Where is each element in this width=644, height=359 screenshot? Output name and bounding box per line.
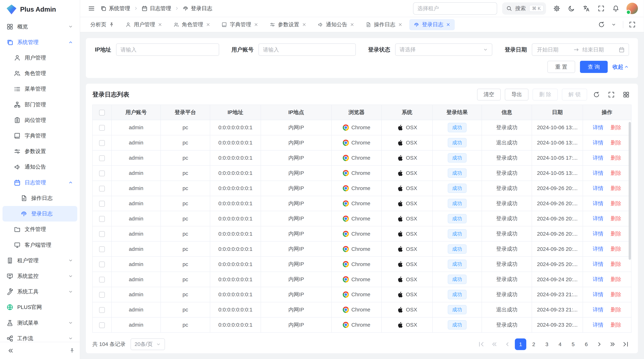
close-icon[interactable] bbox=[302, 22, 306, 27]
tab-role-mgmt[interactable]: 角色管理 bbox=[169, 19, 215, 30]
detail-link[interactable]: 详情 bbox=[593, 170, 604, 176]
tab-param-settings[interactable]: 参数设置 bbox=[265, 19, 311, 30]
collapse-sidebar-button[interactable] bbox=[5, 345, 16, 356]
theme-toggle-button[interactable] bbox=[566, 3, 577, 14]
page-button-1[interactable]: 1 bbox=[515, 339, 526, 350]
row-checkbox[interactable] bbox=[99, 307, 105, 313]
unlock-button[interactable]: 解 锁 bbox=[562, 89, 587, 101]
close-icon[interactable] bbox=[206, 22, 210, 27]
row-delete-link[interactable]: 删除 bbox=[610, 291, 621, 297]
row-checkbox[interactable] bbox=[99, 155, 105, 161]
tab-dict-mgmt[interactable]: 字典管理 bbox=[217, 19, 263, 30]
prev-page-button[interactable] bbox=[502, 339, 513, 350]
page-button-3[interactable]: 3 bbox=[541, 339, 552, 350]
row-checkbox[interactable] bbox=[99, 231, 105, 237]
row-delete-link[interactable]: 删除 bbox=[610, 322, 621, 328]
sidebar-item-tenant-mgmt[interactable]: 租户管理 bbox=[0, 253, 80, 268]
export-button[interactable]: 导出 bbox=[505, 89, 528, 101]
settings-button[interactable] bbox=[551, 3, 562, 14]
close-icon[interactable] bbox=[158, 22, 162, 27]
tab-analysis[interactable]: 分析页 bbox=[86, 19, 119, 30]
ip-filter-input[interactable] bbox=[116, 43, 219, 56]
start-date-input[interactable] bbox=[536, 46, 571, 53]
collapse-filters-link[interactable]: 收起 bbox=[612, 63, 629, 71]
hamburger-menu-button[interactable] bbox=[86, 3, 97, 14]
detail-link[interactable]: 详情 bbox=[593, 140, 604, 146]
sidebar-item-system-monitor[interactable]: 系统监控 bbox=[0, 268, 80, 284]
detail-link[interactable]: 详情 bbox=[593, 246, 604, 252]
detail-link[interactable]: 详情 bbox=[593, 124, 604, 130]
close-icon[interactable] bbox=[446, 22, 450, 27]
tab-user-mgmt[interactable]: 用户管理 bbox=[121, 19, 167, 30]
row-delete-link[interactable]: 删除 bbox=[610, 231, 621, 237]
sidebar-item-role-mgmt[interactable]: 角色管理 bbox=[0, 66, 80, 81]
row-checkbox[interactable] bbox=[99, 216, 105, 222]
detail-link[interactable]: 详情 bbox=[593, 231, 604, 237]
row-checkbox[interactable] bbox=[99, 186, 105, 191]
sidebar-item-user-mgmt[interactable]: 用户管理 bbox=[0, 50, 80, 66]
delete-button[interactable]: 删 除 bbox=[532, 89, 558, 101]
row-delete-link[interactable]: 删除 bbox=[610, 307, 621, 313]
row-checkbox[interactable] bbox=[99, 125, 105, 131]
account-filter-input[interactable] bbox=[258, 43, 356, 56]
global-search-button[interactable]: 搜索 ⌘ K bbox=[502, 2, 546, 15]
close-icon[interactable] bbox=[398, 22, 402, 27]
row-checkbox[interactable] bbox=[99, 292, 105, 298]
row-delete-link[interactable]: 删除 bbox=[610, 246, 621, 252]
jump-forward-button[interactable] bbox=[607, 339, 618, 350]
sidebar-item-test-menu[interactable]: 测试菜单 bbox=[0, 315, 80, 331]
detail-link[interactable]: 详情 bbox=[593, 276, 604, 282]
detail-link[interactable]: 详情 bbox=[593, 261, 604, 267]
status-filter-select[interactable]: 请选择 bbox=[395, 43, 492, 56]
tab-notice[interactable]: 通知公告 bbox=[313, 19, 359, 30]
pin-icon[interactable] bbox=[70, 348, 75, 353]
sidebar-item-system-mgmt[interactable]: 系统管理 bbox=[0, 34, 80, 50]
tenant-select-input[interactable] bbox=[413, 2, 497, 15]
reset-button[interactable]: 重 置 bbox=[548, 61, 575, 73]
jump-back-button[interactable] bbox=[488, 339, 500, 350]
detail-link[interactable]: 详情 bbox=[593, 185, 604, 191]
sidebar-item-notice[interactable]: 通知公告 bbox=[0, 159, 80, 175]
row-delete-link[interactable]: 删除 bbox=[610, 200, 621, 206]
refresh-list-button[interactable] bbox=[591, 89, 602, 100]
clear-button[interactable]: 清空 bbox=[477, 89, 501, 101]
close-icon[interactable] bbox=[254, 22, 258, 27]
column-settings-button[interactable] bbox=[621, 89, 632, 100]
select-all-checkbox[interactable] bbox=[99, 110, 105, 115]
row-checkbox[interactable] bbox=[99, 322, 105, 328]
logo[interactable]: Plus Admin bbox=[0, 0, 80, 19]
sidebar-item-plus-website[interactable]: PLUS官网 bbox=[0, 300, 80, 315]
row-delete-link[interactable]: 删除 bbox=[610, 124, 621, 130]
detail-link[interactable]: 详情 bbox=[593, 291, 604, 297]
detail-link[interactable]: 详情 bbox=[593, 200, 604, 206]
sidebar-item-post-mgmt[interactable]: 岗位管理 bbox=[0, 112, 80, 128]
row-delete-link[interactable]: 删除 bbox=[610, 170, 621, 176]
row-delete-link[interactable]: 删除 bbox=[610, 276, 621, 282]
row-checkbox[interactable] bbox=[99, 140, 105, 146]
date-range-picker[interactable] bbox=[532, 43, 629, 56]
sidebar-item-login-log[interactable]: 登录日志 bbox=[2, 206, 77, 222]
search-button[interactable]: 查 询 bbox=[580, 61, 608, 73]
detail-link[interactable]: 详情 bbox=[593, 322, 604, 328]
tab-options-button[interactable] bbox=[608, 19, 620, 30]
tab-login-log[interactable]: 登录日志 bbox=[409, 19, 455, 30]
row-checkbox[interactable] bbox=[99, 201, 105, 207]
avatar[interactable] bbox=[626, 3, 638, 14]
end-date-input[interactable] bbox=[582, 46, 616, 53]
row-delete-link[interactable]: 删除 bbox=[610, 215, 621, 221]
sidebar-item-menu-mgmt[interactable]: 菜单管理 bbox=[0, 81, 80, 97]
language-button[interactable] bbox=[580, 3, 592, 14]
detail-link[interactable]: 详情 bbox=[593, 307, 604, 313]
sidebar-item-client-mgmt[interactable]: 客户端管理 bbox=[0, 237, 80, 253]
close-icon[interactable] bbox=[350, 22, 354, 27]
page-button-2[interactable]: 2 bbox=[528, 339, 540, 350]
breadcrumb-login-log[interactable]: 登录日志 bbox=[183, 5, 212, 12]
table-fullscreen-button[interactable] bbox=[606, 89, 617, 100]
last-page-button[interactable] bbox=[620, 339, 631, 350]
row-delete-link[interactable]: 删除 bbox=[610, 185, 621, 191]
page-button-5[interactable]: 5 bbox=[568, 339, 579, 350]
tab-operation-log[interactable]: 操作日志 bbox=[361, 19, 407, 30]
sidebar-item-dict-mgmt[interactable]: 字典管理 bbox=[0, 128, 80, 144]
breadcrumb-log-mgmt[interactable]: 日志管理 bbox=[142, 5, 171, 12]
row-checkbox[interactable] bbox=[99, 277, 105, 283]
